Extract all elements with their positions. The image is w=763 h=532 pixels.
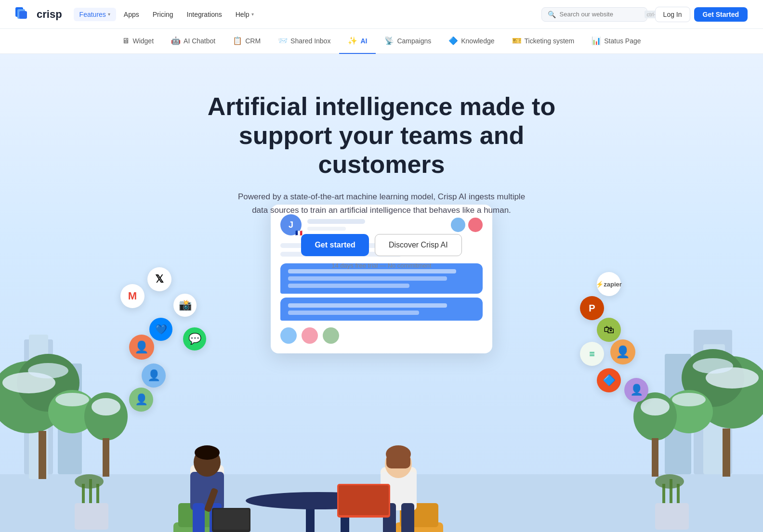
shared-inbox-icon: 📨 xyxy=(278,36,288,45)
whatsapp-icon: 💬 xyxy=(183,327,206,350)
twitter-x-icon: 𝕏 xyxy=(147,267,171,291)
navbar: crisp Features ▾ Apps Pricing Integratio… xyxy=(0,0,763,29)
hero-subtitle: Powered by a state-of-the-art machine le… xyxy=(232,190,531,216)
chat-bubble-2 xyxy=(280,298,483,321)
login-button[interactable]: Log In xyxy=(655,7,690,22)
search-bar[interactable]: 🔍 ctrl+k xyxy=(541,7,647,22)
agent-avatar-right-1: 👤 xyxy=(610,339,635,364)
subnav-item-status[interactable]: 📊 Status Page xyxy=(583,29,649,54)
messenger-icon: 💙 xyxy=(149,318,172,341)
subnav-item-crm[interactable]: 📋 CRM xyxy=(224,29,269,54)
logo-text: crisp xyxy=(37,8,62,21)
nav-links: Features ▾ Apps Pricing Integrations Hel… xyxy=(74,8,260,21)
svg-rect-13 xyxy=(39,431,46,479)
agent-avatar-2: 👤 xyxy=(142,363,166,388)
subnav-item-knowledge[interactable]: 🔷 Knowledge xyxy=(440,29,503,54)
logo[interactable]: crisp xyxy=(15,7,62,22)
svg-rect-74 xyxy=(339,485,389,515)
crm-icon: 📋 xyxy=(233,36,242,45)
widget-icon: 🖥 xyxy=(122,37,130,45)
subnav-item-shared-inbox[interactable]: 📨 Shared Inbox xyxy=(269,29,339,54)
svg-point-18 xyxy=(92,398,120,415)
svg-rect-57 xyxy=(193,503,205,532)
subnav-item-ai[interactable]: ✨ AI xyxy=(339,29,376,54)
subnav-item-campaigns[interactable]: 📡 Campaigns xyxy=(376,29,440,54)
svg-point-16 xyxy=(55,393,89,406)
hero-section: Artificial intelligence made to support … xyxy=(0,54,763,532)
search-icon: 🔍 xyxy=(548,11,556,18)
hero-get-started-button[interactable]: Get started xyxy=(301,234,368,256)
svg-rect-19 xyxy=(103,438,109,477)
producthunt-icon: P xyxy=(580,296,604,320)
nav-help[interactable]: Help ▾ xyxy=(230,8,260,21)
knowledge-icon: 🔷 xyxy=(448,36,458,45)
shopify-icon: 🛍 xyxy=(597,318,621,342)
svg-rect-35 xyxy=(655,503,689,530)
nav-apps[interactable]: Apps xyxy=(118,8,145,21)
hero-trial-text: 14 days free trial — No commitment xyxy=(189,262,574,269)
svg-point-34 xyxy=(75,474,104,489)
svg-rect-68 xyxy=(386,454,410,468)
svg-rect-2 xyxy=(19,11,27,19)
ai-icon: ✨ xyxy=(348,36,357,45)
svg-rect-30 xyxy=(75,503,108,530)
svg-point-39 xyxy=(655,474,684,489)
subnav-item-ai-chatbot[interactable]: 🤖 AI Chatbot xyxy=(162,29,224,54)
gmail-icon: M xyxy=(120,284,145,308)
subnav-item-widget[interactable]: 🖥 Widget xyxy=(113,29,162,54)
svg-rect-63 xyxy=(213,509,249,530)
svg-point-56 xyxy=(195,445,220,460)
chevron-down-icon: ▾ xyxy=(251,12,254,17)
nav-features[interactable]: Features ▾ xyxy=(74,8,116,21)
svg-rect-29 xyxy=(652,438,658,477)
agent-avatar-1: 👤 xyxy=(129,335,154,360)
campaigns-icon: 📡 xyxy=(384,36,394,45)
hero-content: Artificial intelligence made to support … xyxy=(189,54,574,292)
hero-title: Artificial intelligence made to support … xyxy=(189,92,574,179)
svg-rect-23 xyxy=(723,428,730,477)
search-input[interactable] xyxy=(560,11,641,18)
subnav-item-ticketing[interactable]: 🎫 Ticketing system xyxy=(503,29,583,54)
get-started-button[interactable]: Get Started xyxy=(694,7,748,22)
svg-point-15 xyxy=(28,363,68,378)
ticketing-icon: 🎫 xyxy=(512,36,522,45)
magento-icon: 🔷 xyxy=(597,368,621,392)
hero-buttons: Get started Discover Crisp AI xyxy=(189,234,574,256)
stripe-icon: ≡ xyxy=(580,342,604,366)
ai-chatbot-icon: 🤖 xyxy=(171,36,181,45)
svg-point-28 xyxy=(641,398,670,415)
status-icon: 📊 xyxy=(592,36,601,45)
agent-avatar-3: 👤 xyxy=(129,388,153,412)
nav-integrations[interactable]: Integrations xyxy=(181,8,228,21)
instagram-icon: 📸 xyxy=(173,294,197,317)
nav-pricing[interactable]: Pricing xyxy=(147,8,179,21)
chevron-down-icon: ▾ xyxy=(108,12,110,17)
svg-rect-70 xyxy=(401,503,414,532)
bottom-agent-avatars xyxy=(280,327,483,344)
hero-discover-button[interactable]: Discover Crisp AI xyxy=(375,234,462,256)
svg-point-26 xyxy=(672,393,706,406)
zapier-icon: ⚡zapier xyxy=(597,272,621,296)
subnav: 🖥 Widget 🤖 AI Chatbot 📋 CRM 📨 Shared Inb… xyxy=(0,29,763,54)
svg-point-25 xyxy=(693,358,733,374)
agent-avatar-right-2: 👤 xyxy=(624,378,648,402)
